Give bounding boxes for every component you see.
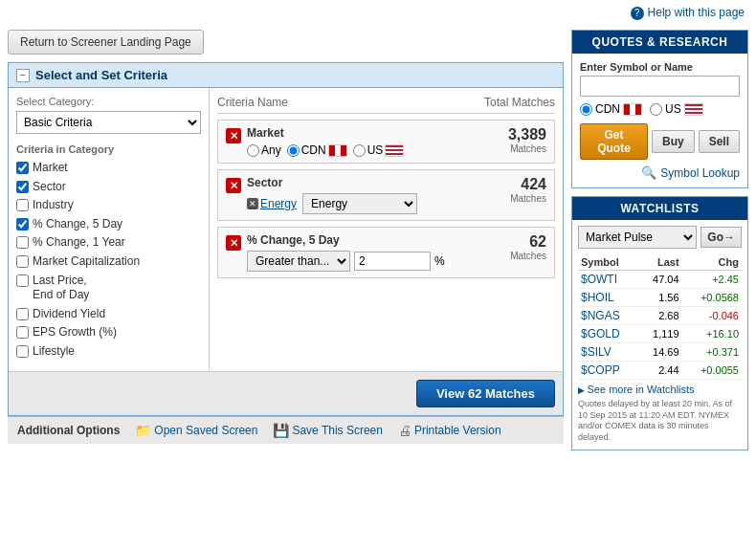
epsgrowth-label[interactable]: EPS Growth (%) — [33, 325, 117, 340]
help-link[interactable]: Help with this page — [631, 6, 745, 20]
us-radio-label[interactable]: US — [650, 102, 703, 116]
watchlist-symbol[interactable]: $GOLD — [578, 325, 638, 343]
symbol-lookup-link[interactable]: Symbol Lookup — [660, 166, 740, 180]
sector-remove-button[interactable]: ✕ — [226, 178, 241, 193]
market-cdn-label[interactable]: CDN — [287, 143, 347, 157]
sector-matches: 424 Matches — [489, 176, 546, 204]
sector-matches-number: 424 — [489, 176, 546, 193]
collapse-button[interactable]: − — [16, 69, 30, 82]
divyield-checkbox[interactable] — [16, 308, 29, 320]
see-more-link[interactable]: See more in Watchlists — [578, 384, 742, 395]
market-checkbox[interactable] — [16, 162, 29, 174]
watchlist-symbol[interactable]: $HOIL — [578, 289, 638, 307]
market-us-label[interactable]: US — [353, 143, 405, 157]
quotes-box: QUOTES & RESEARCH Enter Symbol or Name C… — [571, 30, 748, 188]
quotes-header: QUOTES & RESEARCH — [572, 31, 747, 54]
open-saved-link[interactable]: 📁 Open Saved Screen — [135, 423, 257, 438]
pct-remove-button[interactable]: ✕ — [226, 235, 241, 251]
watchlist-symbol[interactable]: $OWTI — [578, 271, 638, 289]
watchlist-chg: -0.046 — [682, 307, 742, 325]
lifestyle-checkbox[interactable] — [16, 345, 29, 358]
col-chg-header: Chg — [682, 254, 742, 271]
print-icon: 🖨 — [398, 423, 411, 438]
criteria-item-industry: Industry — [16, 198, 201, 213]
watchlist-chg: +16.10 — [682, 325, 742, 343]
market-any-radio[interactable] — [247, 144, 259, 157]
sector-row-content: Sector Energy Energy Technology Financia… — [247, 176, 483, 214]
criteria-item-epsgrowth: EPS Growth (%) — [16, 325, 201, 340]
category-dropdown[interactable]: Basic Criteria Technical Fundamental — [16, 111, 201, 134]
criteria-item-divyield: Dividend Yield — [16, 307, 201, 322]
criteria-item-mktcap: Market Capitalization — [16, 254, 201, 270]
watchlist-symbol[interactable]: $COPP — [578, 362, 638, 380]
mktcap-label[interactable]: Market Capitalization — [33, 254, 140, 270]
cdn-radio[interactable] — [580, 103, 592, 116]
pct-row-title: % Change, 5 Day — [247, 233, 483, 247]
market-cdn-radio[interactable] — [287, 144, 300, 157]
watchlists-header: WATCHLISTS — [572, 197, 747, 220]
watchlist-symbol[interactable]: $NGAS — [578, 307, 638, 325]
symbol-input[interactable] — [580, 76, 740, 97]
quote-buttons: Get Quote Buy Sell — [580, 123, 740, 160]
pct-matches: 62 Matches — [489, 233, 546, 261]
market-matches-label: Matches — [489, 143, 546, 154]
watchlist-row: $HOIL 1.56 +0.0568 — [578, 289, 742, 307]
watchlist-last: 47.04 — [638, 271, 681, 289]
lifestyle-label[interactable]: Lifestyle — [33, 344, 75, 360]
buy-button[interactable]: Buy — [652, 130, 695, 153]
pct-matches-number: 62 — [489, 233, 546, 251]
col-criteria-name: Criteria Name — [217, 96, 288, 109]
market-any-label[interactable]: Any — [247, 143, 281, 157]
epsgrowth-checkbox[interactable] — [16, 326, 29, 339]
pct1-label[interactable]: % Change, 1 Year — [33, 235, 125, 251]
view-matches-button[interactable]: View 62 Matches — [416, 380, 555, 407]
lastprice-label[interactable]: Last Price,End of Day — [33, 274, 89, 303]
market-us-radio[interactable] — [353, 144, 366, 157]
symbol-label: Enter Symbol or Name — [580, 61, 740, 73]
criteria-sidebar: Select Category: Basic Criteria Technica… — [9, 88, 210, 371]
watchlist-chg: +0.0568 — [682, 289, 742, 307]
watchlist-last: 1,119 — [638, 325, 681, 343]
criteria-item-pct1: % Change, 1 Year — [16, 235, 201, 251]
criteria-item-pct5: % Change, 5 Day — [16, 217, 201, 232]
delayed-note: Quotes delayed by at least 20 min. As of… — [578, 399, 742, 444]
market-remove-button[interactable]: ✕ — [226, 128, 241, 143]
right-panel: QUOTES & RESEARCH Enter Symbol or Name C… — [571, 30, 748, 450]
watchlist-row: $NGAS 2.68 -0.046 — [578, 307, 742, 325]
watchlist-symbol[interactable]: $SILV — [578, 343, 638, 362]
mktcap-checkbox[interactable] — [16, 255, 29, 268]
market-row-content: Market Any CDN — [247, 126, 483, 157]
printable-link[interactable]: 🖨 Printable Version — [398, 423, 501, 438]
industry-checkbox[interactable] — [16, 199, 29, 211]
industry-label[interactable]: Industry — [33, 198, 74, 213]
col-total-matches: Total Matches — [484, 96, 555, 109]
lastprice-checkbox[interactable] — [16, 274, 29, 287]
pct5-label[interactable]: % Change, 5 Day — [33, 217, 122, 232]
pct-value-input[interactable] — [354, 252, 431, 271]
pct5-checkbox[interactable] — [16, 218, 29, 231]
sector-checkbox[interactable] — [16, 181, 29, 193]
pct-comparator-dropdown[interactable]: Greater than... Less than... Equal to... — [247, 251, 350, 272]
sell-button[interactable]: Sell — [699, 130, 740, 153]
sector-dropdown[interactable]: Energy Technology Financials Healthcare … — [302, 193, 417, 214]
view-matches-row: View 62 Matches — [9, 371, 563, 415]
cdn-radio-label[interactable]: CDN — [580, 102, 642, 116]
save-screen-link[interactable]: 💾 Save This Screen — [273, 423, 383, 438]
pct-change-criteria-row: ✕ % Change, 5 Day Greater than... Less t… — [217, 227, 555, 278]
sector-label[interactable]: Sector — [33, 180, 66, 195]
return-button[interactable]: Return to Screener Landing Page — [8, 30, 204, 55]
criteria-item-lifestyle: Lifestyle — [16, 344, 201, 360]
us-radio[interactable] — [650, 103, 662, 116]
watchlist-row: $GOLD 1,119 +16.10 — [578, 325, 742, 343]
pct1-checkbox[interactable] — [16, 236, 29, 249]
watchlist-chg: +0.0055 — [682, 362, 742, 380]
divyield-label[interactable]: Dividend Yield — [33, 307, 105, 322]
market-matches: 3,389 Matches — [489, 126, 546, 154]
energy-tag[interactable]: Energy — [247, 197, 297, 210]
watchlist-dropdown[interactable]: Market Pulse My Watchlist — [578, 226, 697, 249]
watchlist-row: $COPP 2.44 +0.0055 — [578, 362, 742, 380]
get-quote-button[interactable]: Get Quote — [580, 123, 648, 160]
symbol-lookup: 🔍 Symbol Lookup — [580, 165, 740, 180]
market-label[interactable]: Market — [33, 161, 68, 176]
watchlist-go-button[interactable]: Go→ — [700, 227, 742, 248]
